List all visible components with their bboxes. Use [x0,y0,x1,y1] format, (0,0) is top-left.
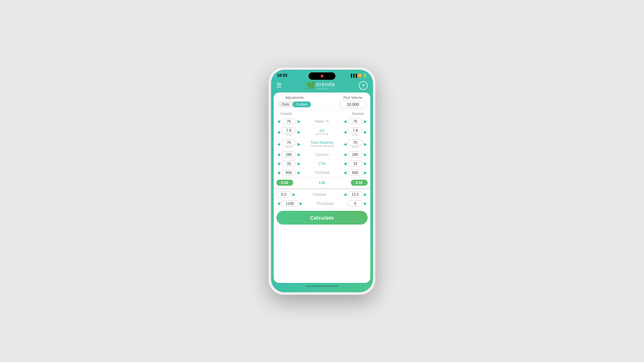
water-temp-current-right[interactable]: ▶ [297,118,301,124]
alkalinity-label: Total Alkalinity [310,140,333,144]
alkalinity-desired-value[interactable] [348,139,363,145]
tds-desired-right[interactable]: ▶ [363,170,368,176]
lsi-label: LSI [319,181,325,185]
cya-current-left[interactable]: ◀ [276,161,281,167]
tab-buttons: Dials Custom [278,101,312,108]
lsi-current-control [276,180,293,186]
calcium-desired-left[interactable]: ◀ [343,152,347,158]
phosphate-current-right[interactable]: ▶ [299,200,303,206]
chlorine-label: Chlorine [313,192,326,196]
param-row-cya: ◀ ▶ CYA ◀ ▶ [274,159,370,168]
home-indicator [305,286,339,287]
alkalinity-current-left[interactable]: ◀ [276,141,281,147]
param-row-ph: ◀ 8.20 ▶ pH pH Ceiling ◀ [274,126,370,138]
ph-current-col: 8.20 [281,127,296,136]
tds-current-value[interactable] [281,170,296,176]
current-control-water-temp: ◀ ▶ [276,118,301,124]
ph-desired-right[interactable]: ▶ [363,129,368,135]
content-card: Adjustments Dials Custom Pool Volume Cur… [274,93,370,283]
calcium-desired-value[interactable] [348,152,363,158]
phosphate-desired-value[interactable] [348,200,363,206]
water-temp-label: Water °F [315,119,329,123]
water-temp-desired-value[interactable] [348,118,363,124]
pool-volume-section: Pool Volume [339,96,366,108]
alkalinity-desired-sub: 58.69 [352,145,359,148]
logo-area: 🌿 orenda calculator [306,81,335,90]
water-temp-desired-left[interactable]: ◀ [343,118,347,124]
status-bar: 10:53 ▐▐▐ 🛜 🔋 [271,70,373,79]
pool-volume-input[interactable] [339,101,366,108]
desired-control-tds: ◀ ▶ [343,170,368,176]
calcium-desired-right[interactable]: ▶ [363,152,368,158]
cya-desired-left[interactable]: ◀ [343,161,347,167]
calculate-button[interactable]: Calculate [276,211,368,225]
param-row-phosphate: ◀ ▶ Phosphate ▶ [274,199,370,208]
tds-current-right[interactable]: ▶ [297,170,301,176]
phone-screen: 10:53 ▐▐▐ 🛜 🔋 ☰ 🌿 orenda calculat [271,70,373,292]
ph-current-right[interactable]: ▶ [297,129,301,135]
current-header: Current [280,112,291,116]
current-control-tds: ◀ ▶ [276,170,301,176]
app-header: ☰ 🌿 orenda calculator ? [271,79,373,93]
alkalinity-current-value[interactable] [281,139,296,145]
cya-current-value[interactable] [281,161,296,167]
lsi-desired-value[interactable] [351,180,368,186]
carbonate-label: Carbonate Alkalinity [310,144,334,147]
chlorine-center: Chlorine [296,192,343,196]
phosphate-current-value[interactable] [281,200,298,206]
desired-control-ph: ◀ 8.20 ▶ [343,127,368,136]
desired-control-phosphate: ▶ [348,200,368,206]
top-tabs: Adjustments Dials Custom Pool Volume [274,93,370,111]
water-temp-current-left[interactable]: ◀ [276,118,281,124]
help-button[interactable]: ? [359,81,368,90]
cya-desired-right[interactable]: ▶ [363,161,368,167]
param-row-tds-salt: ◀ ▶ TDS/Salt ◀ ▶ [274,168,370,177]
chlorine-desired-left[interactable]: ◀ [343,191,347,197]
tds-desired-value[interactable] [348,170,363,176]
calculate-btn-area: Calculate [274,208,370,227]
phosphate-desired-right[interactable]: ▶ [363,200,368,206]
status-icons: ▐▐▐ 🛜 🔋 [350,74,367,77]
menu-button[interactable]: ☰ [276,82,282,89]
dials-tab[interactable]: Dials [278,102,292,107]
ph-current-left[interactable]: ◀ [276,129,281,135]
adjustments-label: Adjustments [285,96,304,100]
chlorine-current-value[interactable] [276,191,291,197]
ph-desired-col: 8.20 [348,127,363,136]
calcium-current-right[interactable]: ▶ [297,152,301,158]
bottom-area [271,283,373,292]
ph-desired-left[interactable]: ◀ [343,129,347,135]
water-temp-current-value[interactable] [281,118,296,124]
current-control-phosphate: ◀ ▶ [276,200,303,206]
water-temp-desired-right[interactable]: ▶ [363,118,368,124]
alkalinity-current-sub: 58.69 [285,145,292,148]
phosphate-current-left[interactable]: ◀ [276,200,281,206]
chlorine-current-right[interactable]: ▶ [292,191,296,197]
cya-label: CYA [318,162,326,166]
dynamic-island [309,72,335,80]
calcium-current-value[interactable] [281,152,296,158]
alkalinity-desired-right[interactable]: ▶ [363,141,368,147]
tds-current-left[interactable]: ◀ [276,170,281,176]
ph-current-value[interactable] [281,127,296,133]
alkalinity-current-right[interactable]: ▶ [297,141,301,147]
current-control-calcium: ◀ ▶ [276,152,301,158]
chlorine-desired-value[interactable] [348,191,363,197]
current-control-ph: ◀ 8.20 ▶ [276,127,301,136]
tds-desired-left[interactable]: ◀ [343,170,347,176]
ph-desired-value[interactable] [348,127,363,133]
status-time: 10:53 [277,73,287,78]
wifi-icon: 🛜 [358,74,362,77]
cya-current-right[interactable]: ▶ [297,161,301,167]
desired-control-cya: ◀ ▶ [343,161,368,167]
desired-control-water-temp: ◀ ▶ [343,118,368,124]
custom-tab[interactable]: Custom [292,102,311,107]
lsi-current-value[interactable] [276,180,293,186]
alkalinity-desired-left[interactable]: ◀ [343,141,347,147]
ph-center: pH pH Ceiling [301,128,343,135]
calcium-current-left[interactable]: ◀ [276,152,281,158]
ph-desired-sub: 8.20 [353,133,358,136]
cya-desired-value[interactable] [348,161,363,167]
chlorine-desired-right[interactable]: ▶ [363,191,368,197]
current-control-chlorine: ▶ [276,191,296,197]
